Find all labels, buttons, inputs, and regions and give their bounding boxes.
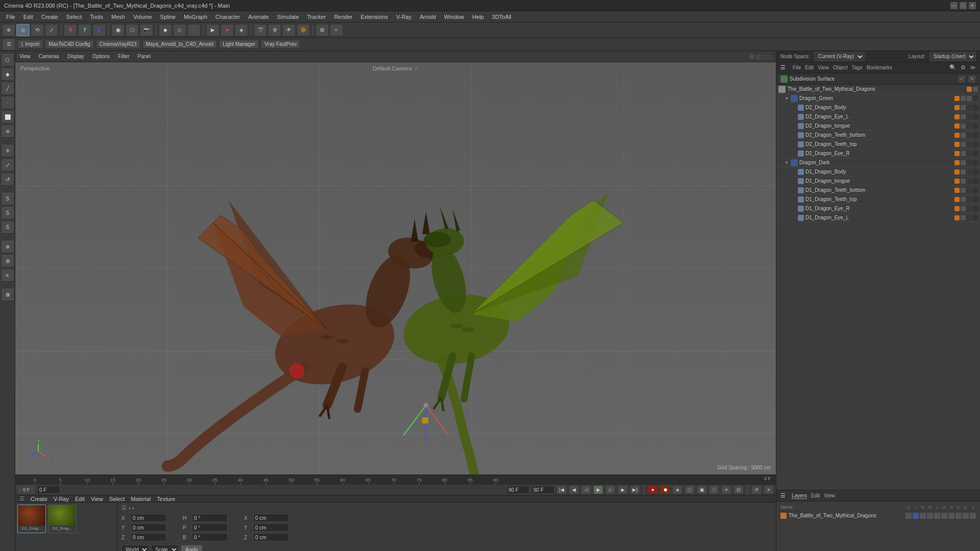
left-sculpt[interactable]: ≋ bbox=[1, 124, 14, 138]
minimize-btn[interactable]: — bbox=[950, 2, 958, 9]
toolbar2-menu[interactable]: ☰ bbox=[2, 38, 15, 51]
timeline-btn6[interactable]: □ bbox=[709, 485, 719, 494]
menu-tools[interactable]: Tools bbox=[86, 13, 107, 21]
bottom-menu-icon[interactable]: ☰ bbox=[19, 495, 24, 502]
toolbar2-maxtoc4d[interactable]: MaxToC4D Config bbox=[45, 40, 93, 48]
toolbar-cube[interactable]: ▣ bbox=[111, 24, 125, 36]
coord-scale-select[interactable]: Scale bbox=[151, 545, 179, 551]
menu-vray[interactable]: V-Ray bbox=[392, 13, 415, 21]
right-panel-menu[interactable]: ☰ bbox=[780, 64, 789, 71]
tree-row-d1-eye-l[interactable]: ▶ D1_Dragon_Eye_L bbox=[776, 213, 980, 222]
tab-file[interactable]: File bbox=[793, 65, 801, 70]
toolbar-camera[interactable]: 📷 bbox=[140, 24, 153, 36]
toolbar-point[interactable]: · bbox=[187, 24, 201, 36]
tree-row-d1-tongue[interactable]: ▶ D1_Dragon_tongue bbox=[776, 177, 980, 186]
timeline-btn9[interactable]: ↺ bbox=[751, 485, 762, 494]
toolbar-shader[interactable]: 🔆 bbox=[297, 24, 310, 36]
menu-arnold[interactable]: Arnold bbox=[415, 13, 440, 21]
coord-h-input[interactable] bbox=[192, 514, 228, 522]
tree-row-scene[interactable]: The_Battle_of_Two_Mythical_Dragons bbox=[776, 85, 980, 94]
menu-select[interactable]: Select bbox=[62, 13, 86, 21]
bottom-menu-view[interactable]: View bbox=[91, 496, 103, 502]
node-space-select[interactable]: Current (V-Ray) bbox=[814, 52, 865, 61]
left-polygon-mode[interactable]: ◆ bbox=[1, 67, 14, 81]
toolbar-y-axis[interactable]: Y bbox=[78, 24, 91, 36]
layer-icon-a[interactable] bbox=[941, 513, 947, 519]
menu-mesh[interactable]: Mesh bbox=[107, 13, 129, 21]
coord-z-input[interactable] bbox=[131, 533, 166, 541]
frame-start-input[interactable] bbox=[37, 486, 60, 494]
bottom-menu-select[interactable]: Select bbox=[109, 496, 125, 502]
menu-spline[interactable]: Spline bbox=[156, 13, 180, 21]
expand-dragon-green[interactable]: ▼ bbox=[785, 96, 791, 101]
tab-object[interactable]: Object bbox=[833, 65, 848, 70]
tree-row-d2-teeth-top[interactable]: ▶ D2_Dragon_Teeth_top bbox=[776, 140, 980, 149]
toolbar-z-axis[interactable]: Z bbox=[92, 24, 106, 36]
layers-tab-edit[interactable]: Edit bbox=[811, 493, 820, 498]
toolbar2-cinema-vray[interactable]: CinemaVrayR23 bbox=[96, 40, 140, 48]
tree-row-d2-teeth-bottom[interactable]: ▶ D2_Dragon_Teeth_bottom bbox=[776, 131, 980, 140]
coord-y-input[interactable] bbox=[131, 523, 166, 532]
tree-row-d2-body[interactable]: ▶ D2_Dragon_Body bbox=[776, 103, 980, 112]
toolbar-deform[interactable]: ≈ bbox=[330, 24, 343, 36]
left-tool4[interactable]: ✿ bbox=[1, 288, 14, 301]
next-frame[interactable]: ▶ bbox=[618, 485, 628, 494]
layer-icon-x[interactable] bbox=[970, 513, 976, 519]
coord-x-input[interactable] bbox=[131, 514, 166, 522]
viewport-menu-filter[interactable]: Filter bbox=[118, 54, 129, 59]
viewport-menu-display[interactable]: Display bbox=[67, 54, 84, 59]
left-rotate[interactable]: ↺ bbox=[1, 172, 14, 186]
left-brush[interactable]: ⊗ bbox=[1, 240, 14, 253]
toolbar-viewer[interactable]: 👁 bbox=[282, 24, 296, 36]
menu-simulate[interactable]: Simulate bbox=[273, 13, 303, 21]
viewport-menu-panel[interactable]: Panel bbox=[138, 54, 151, 59]
layer-icon-v[interactable] bbox=[913, 513, 919, 519]
animation-btn[interactable]: ◈ bbox=[672, 485, 682, 494]
close-btn[interactable]: ✕ bbox=[969, 2, 976, 9]
bottom-menu-create[interactable]: Create bbox=[31, 496, 47, 502]
coord-size-z-input[interactable] bbox=[253, 533, 289, 541]
layers-menu-icon[interactable]: ☰ bbox=[780, 492, 788, 499]
prev-key[interactable]: ◁ bbox=[581, 485, 591, 494]
toolbar-snap[interactable]: ⊞ bbox=[315, 24, 329, 36]
coord-size-y-input[interactable] bbox=[253, 523, 289, 532]
frame-end-display[interactable] bbox=[506, 486, 529, 494]
playback-mode[interactable]: ● bbox=[648, 485, 658, 494]
toolbar-keyframe[interactable]: ◈ bbox=[235, 24, 248, 36]
menu-window[interactable]: Window bbox=[440, 13, 468, 21]
left-tool2[interactable]: S bbox=[1, 206, 14, 219]
layers-tab-view[interactable]: View bbox=[824, 493, 835, 498]
toolbar2-light-manager[interactable]: Light Manager bbox=[219, 40, 259, 48]
tree-row-d1-body[interactable]: ▶ D1_Dragon_Body bbox=[776, 167, 980, 177]
toolbar-select[interactable]: ◎ bbox=[16, 24, 30, 36]
window-controls[interactable]: — □ ✕ bbox=[950, 2, 976, 9]
toolbar2-maya-arnold[interactable]: Maya_Arnold_to_C4D_Arnold bbox=[142, 40, 217, 48]
toolbar-move[interactable]: ⊕ bbox=[2, 24, 15, 36]
layer-icon-l[interactable] bbox=[934, 513, 940, 519]
left-tool1[interactable]: S bbox=[1, 192, 14, 205]
menu-file[interactable]: File bbox=[2, 13, 19, 21]
menu-extensions[interactable]: Extensions bbox=[356, 13, 392, 21]
viewport-menu-cameras[interactable]: Cameras bbox=[39, 54, 60, 59]
record-btn[interactable]: ⏺ bbox=[660, 485, 670, 494]
toolbar-edge[interactable]: ◇ bbox=[173, 24, 186, 36]
timeline-btn10[interactable]: ≡ bbox=[764, 485, 774, 494]
layout-select[interactable]: Startup (User) bbox=[929, 52, 976, 61]
tree-row-d1-teeth-top[interactable]: ▶ D1_Dragon_Teeth_top bbox=[776, 195, 980, 204]
layer-icon-m[interactable] bbox=[927, 513, 933, 519]
left-point-mode[interactable]: · bbox=[1, 96, 14, 109]
menu-help[interactable]: Help bbox=[468, 13, 488, 21]
expand-dragon-dark[interactable]: ▼ bbox=[785, 160, 791, 165]
left-edge-mode[interactable]: ╱ bbox=[1, 82, 14, 95]
tab-tags[interactable]: Tags bbox=[852, 65, 863, 70]
subdiv-check[interactable]: ✓ bbox=[958, 75, 966, 83]
toolbar-x-axis[interactable]: X bbox=[64, 24, 77, 36]
play-pause[interactable]: ▶ bbox=[593, 485, 603, 494]
left-object-mode[interactable]: ⬡ bbox=[1, 53, 14, 66]
tree-row-d2-eye-r[interactable]: ▶ D2_Dragon_Eye_R bbox=[776, 149, 980, 158]
layer-icon-r[interactable] bbox=[920, 513, 926, 519]
left-tex-mode[interactable]: ⬜ bbox=[1, 110, 14, 123]
bottom-menu-vray[interactable]: V-Ray bbox=[54, 496, 69, 502]
right-more[interactable]: ≫ bbox=[970, 64, 976, 71]
layer-icon-s[interactable] bbox=[905, 513, 912, 519]
